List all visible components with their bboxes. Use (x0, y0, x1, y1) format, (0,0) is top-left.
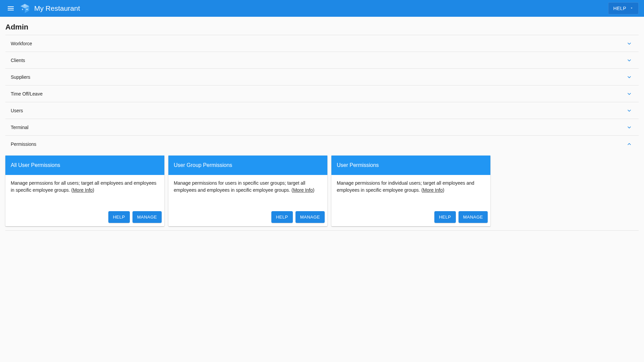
help-button[interactable]: HELP (271, 211, 293, 223)
app-title: My Restaurant (34, 4, 608, 12)
chevron-down-icon (625, 90, 633, 98)
chevron-up-icon (625, 140, 633, 148)
card-desc-end: ) (443, 187, 444, 193)
accordion-header-suppliers[interactable]: Suppliers (5, 69, 639, 85)
card-footer: HELP MANAGE (331, 208, 490, 226)
caret-down-icon (630, 6, 634, 11)
accordion-header-permissions[interactable]: Permissions (5, 136, 639, 152)
accordion-header-terminal[interactable]: Terminal (5, 119, 639, 135)
more-info-link[interactable]: More Info (293, 187, 313, 193)
permissions-cards: All User Permissions Manage permssions f… (5, 152, 639, 230)
chevron-down-icon (625, 40, 633, 48)
accordion-header-timeoff[interactable]: Time Off/Leave (5, 85, 639, 102)
chevron-down-icon (625, 123, 633, 131)
card-title: User Permissions (331, 156, 490, 175)
accordion-item-clients: Clients (5, 52, 639, 69)
card-user-group-permissions: User Group Permissions Manage permission… (168, 156, 327, 226)
card-title: User Group Permissions (168, 156, 327, 175)
page-title: Admin (5, 23, 639, 32)
help-button[interactable]: HELP (108, 211, 130, 223)
more-info-link[interactable]: More Info (423, 187, 443, 193)
accordion-header-users[interactable]: Users (5, 102, 639, 119)
manage-button[interactable]: MANAGE (459, 211, 488, 223)
hamburger-icon[interactable] (5, 3, 16, 14)
accordion-label: Terminal (11, 125, 29, 130)
card-user-permissions: User Permissions Manage permissions for … (331, 156, 490, 226)
page-content: Admin Workforce Clients Suppliers Time O… (0, 17, 644, 231)
accordion-header-clients[interactable]: Clients (5, 52, 639, 68)
chevron-down-icon (625, 73, 633, 81)
chevron-down-icon (625, 56, 633, 64)
more-info-link[interactable]: More Info (73, 187, 93, 193)
chevron-down-icon (625, 107, 633, 115)
accordion-label: Time Off/Leave (11, 91, 43, 97)
card-desc-text: Manage permissions for users in specific… (174, 180, 305, 193)
accordion-label: Clients (11, 58, 25, 63)
accordion-item-permissions: Permissions All User Permissions Manage … (5, 136, 639, 231)
help-button[interactable]: HELP (434, 211, 456, 223)
card-all-user-permissions: All User Permissions Manage permssions f… (5, 156, 164, 226)
svg-text:M: M (26, 8, 28, 10)
accordion-item-timeoff: Time Off/Leave (5, 85, 639, 102)
accordion-label: Workforce (11, 41, 32, 46)
app-bar: 1 B M My Restaurant HELP (0, 0, 644, 17)
accordion-item-suppliers: Suppliers (5, 69, 639, 85)
accordion-header-workforce[interactable]: Workforce (5, 35, 639, 52)
card-description: Manage permissions for individual users;… (331, 175, 490, 208)
card-description: Manage permissions for users in specific… (168, 175, 327, 208)
svg-text:1: 1 (24, 4, 25, 6)
app-logo-icon: 1 B M (19, 3, 30, 14)
card-desc-end: ) (93, 187, 94, 193)
accordion-item-workforce: Workforce (5, 35, 639, 52)
card-desc-end: ) (313, 187, 315, 193)
card-description: Manage permssions for all users; target … (5, 175, 164, 208)
help-dropdown-label: HELP (613, 6, 626, 11)
accordion-label: Users (11, 108, 23, 113)
accordion-label: Permissions (11, 141, 36, 147)
manage-button[interactable]: MANAGE (296, 211, 325, 223)
card-footer: HELP MANAGE (168, 208, 327, 226)
card-desc-text: Manage permissions for individual users;… (337, 180, 474, 193)
manage-button[interactable]: MANAGE (132, 211, 162, 223)
accordion-item-terminal: Terminal (5, 119, 639, 136)
accordion-label: Suppliers (11, 74, 30, 80)
svg-text:B: B (22, 8, 23, 10)
card-title: All User Permissions (5, 156, 164, 175)
help-dropdown-button[interactable]: HELP (608, 2, 639, 14)
accordion-item-users: Users (5, 102, 639, 119)
card-footer: HELP MANAGE (5, 208, 164, 226)
admin-accordion: Workforce Clients Suppliers Time Off/Lea… (5, 35, 639, 231)
